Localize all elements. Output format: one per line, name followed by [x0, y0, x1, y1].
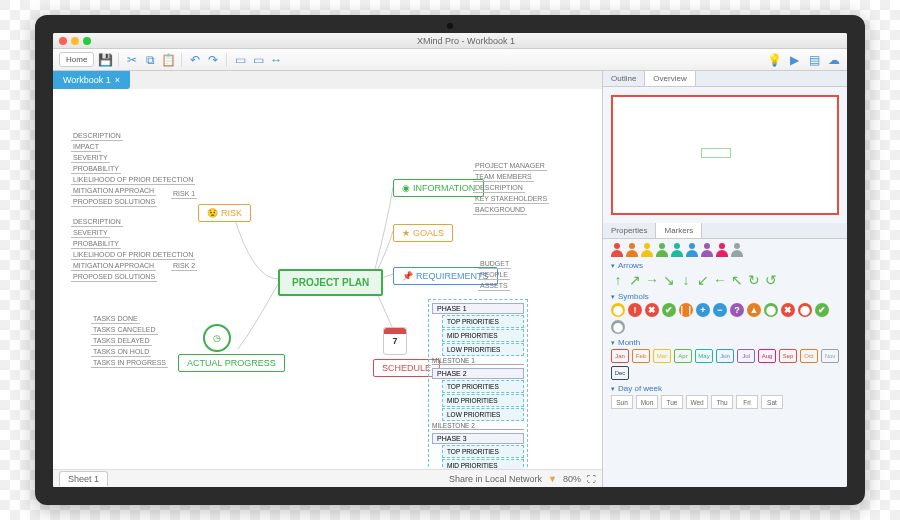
relationship-icon[interactable]: ↔ — [269, 53, 283, 67]
month-marker[interactable]: Dec — [611, 366, 629, 380]
tab-outline[interactable]: Outline — [603, 71, 645, 86]
risk1-leaf[interactable]: LIKELIHOOD OF PRIOR DETECTION — [71, 175, 195, 185]
month-marker[interactable]: Jan — [611, 349, 629, 363]
tab-properties[interactable]: Properties — [603, 223, 656, 238]
symbol-marker[interactable]: ❘❘ — [679, 303, 693, 317]
idea-icon[interactable]: 💡 — [767, 53, 781, 67]
month-marker[interactable]: Aug — [758, 349, 776, 363]
arrow-marker[interactable]: ↙ — [696, 272, 710, 288]
symbol-marker[interactable]: ? — [730, 303, 744, 317]
month-marker[interactable]: May — [695, 349, 713, 363]
subtopic-icon[interactable]: ▭ — [251, 53, 265, 67]
overview-thumbnail[interactable] — [611, 95, 839, 215]
risk1-leaf[interactable]: IMPACT — [71, 142, 101, 152]
phase-3[interactable]: PHASE 3 — [432, 433, 524, 444]
symbol-marker[interactable]: ✖ — [781, 303, 795, 317]
topic-icon[interactable]: ▭ — [233, 53, 247, 67]
presentation-icon[interactable]: ▶ — [787, 53, 801, 67]
dow-marker[interactable]: Fri — [736, 395, 758, 409]
symbol-marker[interactable]: ⬤ — [764, 303, 778, 317]
maximize-button[interactable] — [83, 37, 91, 45]
month-marker[interactable]: Jun — [716, 349, 734, 363]
req-leaf[interactable]: ASSETS — [478, 281, 510, 291]
milestone-1[interactable]: MILESTONE 1 — [432, 357, 524, 365]
month-marker[interactable]: Mar — [653, 349, 671, 363]
req-leaf[interactable]: BUDGET — [478, 259, 511, 269]
zoom-level[interactable]: 80% — [563, 474, 581, 484]
paste-icon[interactable]: 📋 — [161, 53, 175, 67]
month-section-title[interactable]: Month — [611, 338, 839, 347]
cut-icon[interactable]: ✂ — [125, 53, 139, 67]
person-marker[interactable] — [716, 243, 728, 257]
sheet-tab[interactable]: Sheet 1 — [59, 471, 108, 486]
progress-leaf[interactable]: TASKS CANCELED — [91, 325, 158, 335]
arrow-marker[interactable]: ↺ — [764, 272, 778, 288]
month-marker[interactable]: Sep — [779, 349, 797, 363]
symbols-section-title[interactable]: Symbols — [611, 292, 839, 301]
branch-progress[interactable]: ACTUAL PROGRESS — [178, 354, 285, 372]
arrow-marker[interactable]: ↗ — [628, 272, 642, 288]
progress-leaf[interactable]: TASKS DONE — [91, 314, 140, 324]
risk1-leaf[interactable]: DESCRIPTION — [71, 131, 123, 141]
risk2-leaf[interactable]: PROPOSED SOLUTIONS — [71, 272, 157, 282]
dow-section-title[interactable]: Day of week — [611, 384, 839, 393]
undo-icon[interactable]: ↶ — [188, 53, 202, 67]
person-marker[interactable] — [641, 243, 653, 257]
close-button[interactable] — [59, 37, 67, 45]
progress-leaf[interactable]: TASKS IN PROGRESS — [91, 358, 168, 368]
dow-marker[interactable]: Sat — [761, 395, 783, 409]
document-tab[interactable]: Workbook 1 × — [53, 71, 130, 89]
arrow-marker[interactable]: ↓ — [679, 272, 693, 288]
arrow-marker[interactable]: ↘ — [662, 272, 676, 288]
copy-icon[interactable]: ⧉ — [143, 53, 157, 67]
person-marker[interactable] — [671, 243, 683, 257]
expand-icon[interactable]: ⛶ — [587, 474, 596, 484]
info-leaf[interactable]: KEY STAKEHOLDERS — [473, 194, 549, 204]
risk2-leaf[interactable]: PROBABILITY — [71, 239, 121, 249]
risk2-leaf[interactable]: DESCRIPTION — [71, 217, 123, 227]
info-leaf[interactable]: BACKGROUND — [473, 205, 527, 215]
dow-marker[interactable]: Wed — [686, 395, 708, 409]
priority-leaf[interactable]: LOW PRIORITIES — [442, 343, 524, 356]
risk2-leaf[interactable]: MITIGATION APPROACH — [71, 261, 156, 271]
person-marker[interactable] — [626, 243, 638, 257]
progress-leaf[interactable]: TASKS DELAYED — [91, 336, 152, 346]
month-marker[interactable]: Nov — [821, 349, 839, 363]
priority-leaf[interactable]: MID PRIORITIES — [442, 394, 524, 407]
symbol-marker[interactable]: + — [696, 303, 710, 317]
symbol-marker[interactable]: − — [713, 303, 727, 317]
risk2-leaf[interactable]: SEVERITY — [71, 228, 110, 238]
priority-leaf[interactable]: MID PRIORITIES — [442, 459, 524, 469]
person-marker[interactable] — [701, 243, 713, 257]
risk2-leaf[interactable]: LIKELIHOOD OF PRIOR DETECTION — [71, 250, 195, 260]
branch-information[interactable]: ◉INFORMATION — [393, 179, 484, 197]
person-marker[interactable] — [656, 243, 668, 257]
symbol-marker[interactable]: ⬤ — [611, 303, 625, 317]
arrow-marker[interactable]: → — [645, 272, 659, 288]
person-marker[interactable] — [611, 243, 623, 257]
arrows-section-title[interactable]: Arrows — [611, 261, 839, 270]
home-button[interactable]: Home — [59, 52, 94, 67]
gantt-icon[interactable]: ▤ — [807, 53, 821, 67]
branch-goals[interactable]: ★GOALS — [393, 224, 453, 242]
risk1-leaf[interactable]: PROPOSED SOLUTIONS — [71, 197, 157, 207]
arrow-marker[interactable]: ↻ — [747, 272, 761, 288]
symbol-marker[interactable]: ! — [628, 303, 642, 317]
save-icon[interactable]: 💾 — [98, 53, 112, 67]
tab-overview[interactable]: Overview — [645, 71, 695, 86]
month-marker[interactable]: Feb — [632, 349, 650, 363]
person-marker[interactable] — [686, 243, 698, 257]
priority-leaf[interactable]: TOP PRIORITIES — [442, 380, 524, 393]
month-marker[interactable]: Oct — [800, 349, 818, 363]
priority-leaf[interactable]: MID PRIORITIES — [442, 329, 524, 342]
progress-leaf[interactable]: TASKS ON HOLD — [91, 347, 151, 357]
symbol-marker[interactable]: ✖ — [645, 303, 659, 317]
symbol-marker[interactable]: ✔ — [815, 303, 829, 317]
priority-leaf[interactable]: TOP PRIORITIES — [442, 445, 524, 458]
risk1-leaf[interactable]: PROBABILITY — [71, 164, 121, 174]
milestone-2[interactable]: MILESTONE 2 — [432, 422, 524, 430]
risk2-label[interactable]: RISK 2 — [171, 261, 197, 271]
dow-marker[interactable]: Thu — [711, 395, 733, 409]
info-leaf[interactable]: DESCRIPTION — [473, 183, 525, 193]
tab-markers[interactable]: Markers — [656, 223, 702, 238]
